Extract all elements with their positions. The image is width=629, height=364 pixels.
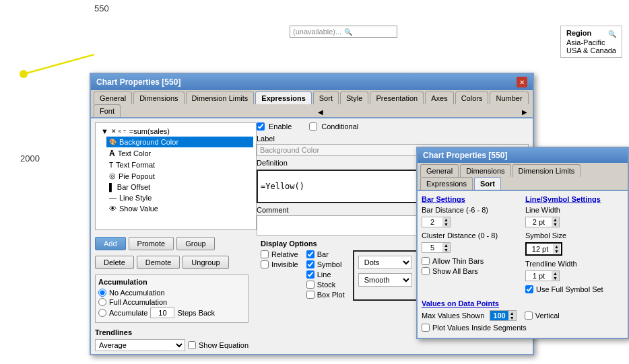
symbol-size-arrows: ▲ ▼ <box>553 244 560 254</box>
tree-item-line-style[interactable]: — Line Style <box>106 192 253 203</box>
bar-settings-col: Bar Settings Bar Distance (-6 - 8) ▲ ▼ <box>422 195 520 295</box>
stock-checkbox[interactable] <box>306 281 314 289</box>
dialog-1-close-button[interactable]: ✕ <box>517 77 527 87</box>
box-plot-checkbox[interactable] <box>306 291 314 299</box>
tab-expressions[interactable]: Expressions <box>255 92 311 104</box>
plot-inside-checkbox[interactable] <box>422 324 430 332</box>
dots-select[interactable]: Dots <box>358 256 412 269</box>
group-button[interactable]: Group <box>176 237 215 250</box>
tab-dimension-limits[interactable]: Dimension Limits <box>186 92 255 104</box>
tree-item-sum-sales[interactable]: ▼ ✕ ≈ ÷ =sum(sales) <box>98 126 253 137</box>
tree-icon-pie: ◎ <box>109 172 116 180</box>
delete-button[interactable]: Delete <box>95 256 134 269</box>
line-checkbox[interactable] <box>306 270 314 279</box>
max-values-down[interactable]: ▼ <box>508 316 516 320</box>
accumulate-radio[interactable] <box>98 309 106 317</box>
tab2-expressions[interactable]: Expressions <box>420 177 473 190</box>
trendline-width-input[interactable] <box>526 271 552 281</box>
cluster-distance-label: Cluster Distance (0 - 8) <box>422 231 498 240</box>
tab-style[interactable]: Style <box>340 92 368 104</box>
region-item-1: Asia-Pacific <box>566 38 616 46</box>
bar-checkbox[interactable] <box>306 250 314 258</box>
tab-general[interactable]: General <box>94 92 132 104</box>
demote-button[interactable]: Demote <box>137 256 180 269</box>
line-width-arrows: ▲ ▼ <box>552 217 559 227</box>
promote-button[interactable]: Promote <box>129 237 174 250</box>
max-values-spinner: 100 ▲ ▼ <box>490 310 516 321</box>
add-button[interactable]: Add <box>95 237 126 250</box>
line-width-down[interactable]: ▼ <box>552 222 559 227</box>
line-width-up[interactable]: ▲ <box>552 217 559 222</box>
trendline-width-down[interactable]: ▼ <box>552 276 559 281</box>
full-accumulation-radio[interactable] <box>98 298 106 306</box>
conditional-checkbox[interactable] <box>309 122 317 131</box>
cluster-distance-up[interactable]: ▲ <box>442 243 450 248</box>
use-full-symbol-checkbox[interactable] <box>525 285 533 293</box>
relative-checkbox[interactable] <box>261 250 269 258</box>
tab-number[interactable]: Number <box>490 92 528 104</box>
bar-distance-spinner-row: ▲ ▼ <box>422 217 520 227</box>
smooth-select[interactable]: Smooth <box>358 273 412 287</box>
tree-item-text-color[interactable]: A Text Color <box>106 147 253 159</box>
cluster-distance-spinner: ▲ ▼ <box>422 242 451 253</box>
cluster-distance-down[interactable]: ▼ <box>442 248 450 252</box>
symbol-size-input[interactable] <box>527 244 553 254</box>
trendline-width-spinner: ▲ ▼ <box>525 270 560 281</box>
region-search-icon[interactable]: 🔍 <box>608 30 616 38</box>
tab-nav-left[interactable]: ◀ <box>315 107 326 117</box>
search-box-top[interactable]: (unavailable)... 🔍 <box>290 26 397 38</box>
tree-icon-bg: 🎨 <box>109 139 117 145</box>
trendlines-select[interactable]: Average <box>95 339 185 351</box>
symbol-size-up[interactable]: ▲ <box>553 244 560 249</box>
dialog-2-content: Bar Settings Bar Distance (-6 - 8) ▲ ▼ <box>418 191 628 338</box>
line-symbol-col: Line/Symbol Settings Line Width ▲ ▼ <box>525 195 624 295</box>
plot-inside-row: Plot Values Inside Segments <box>422 324 624 332</box>
bar-distance-input[interactable] <box>422 217 442 227</box>
box-plot-label: Box Plot <box>317 291 345 299</box>
tab-axes[interactable]: Axes <box>425 92 453 104</box>
ungroup-button[interactable]: Ungroup <box>183 256 228 269</box>
tab-colors[interactable]: Colors <box>455 92 489 104</box>
dialog-1-titlebar: Chart Properties [550] ✕ <box>91 74 533 90</box>
trendline-width-up[interactable]: ▲ <box>552 271 559 276</box>
cluster-distance-row: Cluster Distance (0 - 8) <box>422 231 520 240</box>
bar-distance-up[interactable]: ▲ <box>442 217 450 222</box>
stock-row: Stock <box>306 281 345 289</box>
show-equation-checkbox[interactable] <box>188 341 196 349</box>
max-values-row: Max Values Shown 100 ▲ ▼ Vertical <box>422 310 624 321</box>
tree-item-background-color[interactable]: 🎨 Background Color <box>106 137 253 147</box>
line-width-input[interactable] <box>526 217 552 227</box>
tab-nav-right[interactable]: ▶ <box>519 107 530 117</box>
tab2-sort[interactable]: Sort <box>474 177 501 190</box>
tab-font[interactable]: Font <box>94 104 121 117</box>
tree-item-text-format[interactable]: T Text Format <box>106 159 253 170</box>
tab-presentation[interactable]: Presentation <box>370 92 424 104</box>
bar-row: Bar <box>306 250 345 258</box>
max-values-up[interactable]: ▲ <box>508 311 516 316</box>
steps-input[interactable] <box>150 307 174 318</box>
vertical-checkbox[interactable] <box>525 312 533 320</box>
cluster-distance-input[interactable] <box>422 243 442 252</box>
invisible-checkbox[interactable] <box>261 260 269 268</box>
tree-item-pie-popout[interactable]: ◎ Pie Popout <box>106 170 253 182</box>
allow-thin-bars-checkbox[interactable] <box>422 257 430 265</box>
expression-tree: ▼ ✕ ≈ ÷ =sum(sales) 🎨 Background Color A… <box>95 122 257 230</box>
tab2-dimension-limits[interactable]: Dimension Limits <box>512 164 581 177</box>
tab-sort[interactable]: Sort <box>313 92 339 104</box>
no-accumulation-radio[interactable] <box>98 289 106 297</box>
bar-distance-down[interactable]: ▼ <box>442 222 450 227</box>
enable-checkbox[interactable] <box>257 122 265 131</box>
symbol-checkbox[interactable] <box>306 260 314 268</box>
stock-label: Stock <box>317 281 336 289</box>
symbol-size-down[interactable]: ▼ <box>553 249 560 254</box>
bar-label: Bar <box>317 250 329 258</box>
tree-item-show-value[interactable]: 👁 Show Value <box>106 203 253 214</box>
symbol-label: Symbol <box>317 260 342 268</box>
show-all-bars-checkbox[interactable] <box>422 267 430 275</box>
tab-dimensions[interactable]: Dimensions <box>133 92 184 104</box>
tab2-general[interactable]: General <box>420 164 459 177</box>
tree-item-bar-offset[interactable]: ▌ Bar Offset <box>106 182 253 192</box>
plot-inside-label: Plot Values Inside Segments <box>432 324 527 332</box>
line-width-label-row: Line Width <box>525 206 624 214</box>
tab2-dimensions[interactable]: Dimensions <box>460 164 510 177</box>
